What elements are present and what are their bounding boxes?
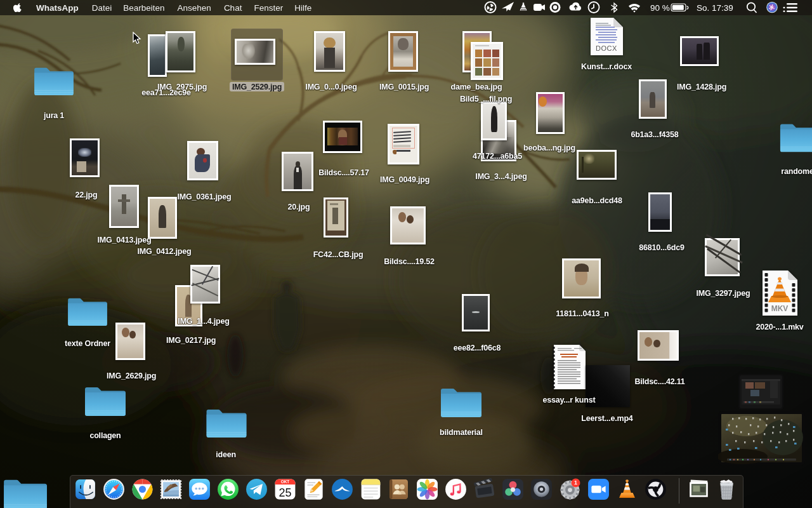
svg-text:So. 17:39: So. 17:39 [697, 3, 733, 13]
svg-text:90 %: 90 % [650, 3, 670, 13]
svg-text:DOCX: DOCX [596, 44, 617, 52]
svg-text:25: 25 [278, 486, 291, 499]
svg-text:1: 1 [574, 479, 577, 486]
svg-text:OKT: OKT [281, 479, 290, 484]
svg-text:MKV: MKV [771, 304, 789, 313]
